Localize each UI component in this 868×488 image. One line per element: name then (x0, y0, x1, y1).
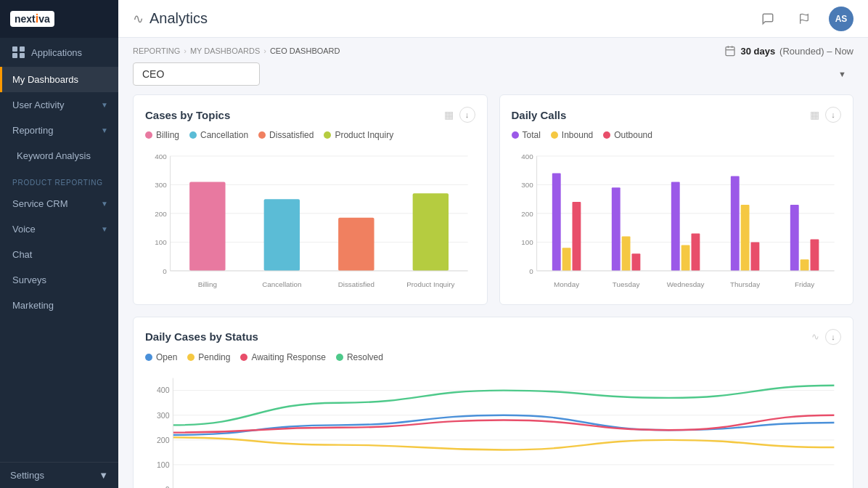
chevron-icon: ▼ (101, 126, 108, 134)
card-header: Daily Calls ▦ ↓ (512, 107, 842, 123)
calendar-icon (724, 45, 736, 57)
download-button[interactable]: ↓ (825, 107, 841, 123)
breadcrumb-my-dashboards: My Dashboards (190, 46, 260, 55)
svg-text:Wednesday: Wednesday (666, 280, 704, 288)
sidebar-item-label: Reporting (12, 125, 53, 136)
sidebar-item-label: Service CRM (12, 198, 68, 209)
legend-color (258, 131, 266, 139)
breadcrumb-ceo-dashboard: CEO Dashboard (270, 46, 340, 55)
sidebar-footer-settings[interactable]: Settings ▼ (0, 462, 118, 488)
logo-text: next (15, 13, 36, 25)
svg-rect-51 (790, 205, 798, 271)
date-range: 30 days (Rounded) – Now (724, 45, 853, 57)
svg-rect-48 (740, 205, 749, 271)
dashboard-dropdown-wrap: CEO Manager Agent ▼ (133, 62, 853, 86)
svg-text:Billing: Billing (198, 280, 217, 288)
sidebar-item-surveys[interactable]: Surveys (0, 267, 118, 293)
breadcrumb-bar: Reporting › My Dashboards › CEO Dashboar… (133, 38, 853, 62)
legend-item: Billing (145, 130, 179, 140)
svg-text:Dissatisfied: Dissatisfied (338, 280, 374, 288)
svg-text:Cancellation: Cancellation (262, 280, 301, 288)
legend-label: Open (156, 352, 177, 362)
content-area: Reporting › My Dashboards › CEO Dashboar… (118, 38, 868, 488)
sidebar-logo: nextiva (0, 0, 118, 38)
svg-text:400: 400 (521, 152, 533, 160)
legend-color (187, 354, 195, 361)
svg-rect-49 (750, 242, 759, 271)
legend-color (603, 131, 610, 139)
svg-text:300: 300 (157, 410, 170, 419)
legend-label: Billing (156, 130, 179, 140)
sidebar-item-chat[interactable]: Chat (0, 242, 118, 267)
sidebar-item-label: Keyword Analysis (17, 150, 91, 161)
topbar: ∿ Analytics AS (118, 0, 868, 38)
grid-icon (12, 46, 25, 58)
flag-button[interactable] (793, 7, 816, 30)
chart-type-icon[interactable]: ▦ (444, 109, 454, 121)
card-title: Daily Cases by Status (145, 330, 258, 343)
svg-rect-19 (338, 218, 374, 271)
card-actions: ∿ ↓ (811, 329, 841, 345)
svg-text:0: 0 (529, 267, 533, 275)
date-range-value: 30 days (740, 46, 775, 57)
legend-item: Awaiting Response (240, 352, 326, 362)
sidebar-item-my-dashboards[interactable]: My Dashboards (0, 67, 118, 92)
sidebar-item-applications[interactable]: Applications (0, 38, 118, 67)
legend-color (189, 131, 197, 139)
chat-button[interactable] (756, 7, 779, 30)
dropdown-arrow-icon: ▼ (838, 70, 846, 78)
sidebar-item-reporting[interactable]: Reporting ▼ (0, 118, 118, 143)
sidebar-item-label: User Activity (12, 99, 65, 110)
main-content: ∿ Analytics AS Reporting › My Dashboards… (118, 0, 868, 488)
svg-rect-39 (611, 187, 620, 271)
sidebar-item-service-crm[interactable]: Service CRM ▼ (0, 191, 118, 216)
analytics-icon: ∿ (133, 11, 144, 27)
download-button[interactable]: ↓ (825, 329, 841, 345)
legend-label: Awaiting Response (251, 352, 326, 362)
legend-color (324, 131, 331, 139)
legend-color (336, 354, 343, 361)
svg-text:Thursday: Thursday (730, 280, 760, 288)
user-avatar[interactable]: AS (829, 7, 853, 31)
sidebar-item-voice[interactable]: Voice ▼ (0, 216, 118, 242)
svg-rect-36 (562, 248, 570, 271)
card-title: Cases by Topics (145, 109, 230, 121)
svg-text:200: 200 (521, 210, 533, 218)
svg-rect-15 (189, 182, 225, 271)
dashboard-dropdown[interactable]: CEO Manager Agent (133, 62, 260, 86)
legend-item: Outbound (603, 130, 652, 140)
sidebar-item-keyword-analysis[interactable]: Keyword Analysis (0, 143, 118, 168)
legend-label: Inbound (562, 130, 593, 140)
sidebar-item-label: Voice (12, 224, 36, 235)
download-button[interactable]: ↓ (459, 107, 475, 123)
sidebar-item-label: My Dashboards (12, 74, 78, 85)
top-charts-row: Cases by Topics ▦ ↓ BillingCancellationD… (133, 94, 853, 305)
svg-text:0: 0 (163, 267, 167, 275)
card-actions: ▦ ↓ (444, 107, 475, 123)
topbar-actions: AS (756, 7, 853, 31)
bar-chart-topics: 0100200300400BillingCancellationDissatis… (145, 149, 475, 293)
svg-rect-35 (552, 174, 560, 271)
line-chart-status: 0100200300400MondayTuesdayWednesdayThurs… (145, 371, 841, 488)
cases-by-topics-card: Cases by Topics ▦ ↓ BillingCancellationD… (133, 94, 488, 305)
chart-type-icon[interactable]: ∿ (811, 331, 819, 342)
legend-item: Open (145, 352, 177, 362)
svg-rect-45 (691, 234, 700, 271)
svg-text:300: 300 (155, 181, 167, 189)
svg-text:Tuesday: Tuesday (612, 280, 639, 288)
bar-chart-calls: 0100200300400MondayTuesdayWednesdayThurs… (512, 149, 842, 293)
sidebar-item-marketing[interactable]: Marketing (0, 293, 118, 318)
svg-text:200: 200 (157, 435, 170, 444)
breadcrumb-sep: › (184, 46, 187, 55)
svg-rect-47 (730, 176, 739, 271)
legend-color (240, 354, 247, 361)
sidebar-section-product-reporting: PRODUCT REPORTING (0, 168, 118, 191)
svg-rect-1 (726, 47, 734, 56)
chevron-icon: ▼ (101, 225, 108, 233)
chart-type-icon[interactable]: ▦ (810, 109, 819, 121)
legend-label: Dissatisfied (269, 130, 314, 140)
card-title: Daily Calls (512, 109, 567, 121)
chevron-icon: ▼ (101, 200, 108, 208)
card-header: Daily Cases by Status ∿ ↓ (145, 329, 841, 345)
sidebar-item-user-activity[interactable]: User Activity ▼ (0, 92, 118, 118)
